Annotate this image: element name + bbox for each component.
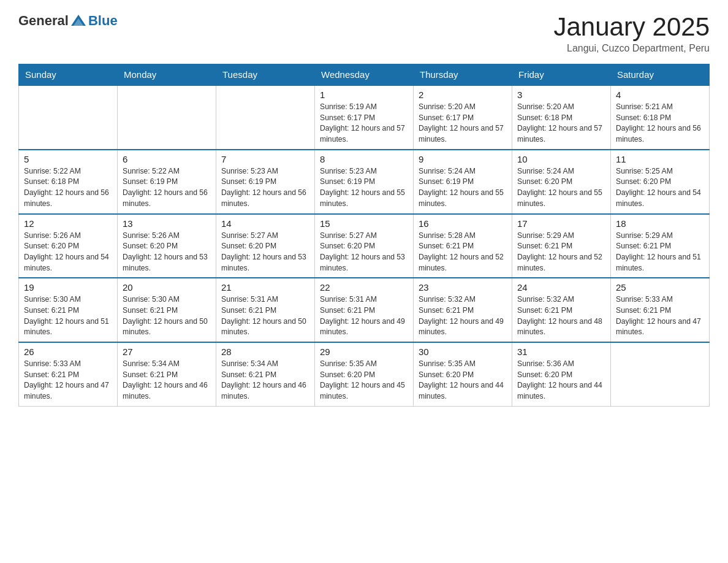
calendar-cell: 14Sunrise: 5:27 AMSunset: 6:20 PMDayligh…: [216, 214, 315, 278]
day-number: 30: [419, 347, 507, 357]
day-info: Sunrise: 5:21 AMSunset: 6:18 PMDaylight:…: [616, 102, 704, 145]
day-number: 3: [517, 90, 605, 100]
calendar-week-row: 5Sunrise: 5:22 AMSunset: 6:18 PMDaylight…: [19, 150, 710, 214]
day-number: 26: [24, 347, 112, 357]
day-number: 31: [517, 347, 605, 357]
day-number: 21: [221, 282, 309, 293]
calendar-cell: 12Sunrise: 5:26 AMSunset: 6:20 PMDayligh…: [19, 214, 118, 278]
day-info: Sunrise: 5:30 AMSunset: 6:21 PMDaylight:…: [123, 294, 211, 338]
calendar-cell: 28Sunrise: 5:34 AMSunset: 6:21 PMDayligh…: [216, 342, 315, 406]
calendar-cell: 11Sunrise: 5:25 AMSunset: 6:20 PMDayligh…: [611, 150, 710, 214]
day-info: Sunrise: 5:36 AMSunset: 6:20 PMDaylight:…: [517, 359, 605, 402]
day-info: Sunrise: 5:32 AMSunset: 6:21 PMDaylight:…: [419, 294, 507, 338]
day-number: 29: [320, 347, 408, 357]
calendar-cell: 18Sunrise: 5:29 AMSunset: 6:21 PMDayligh…: [611, 214, 710, 278]
day-of-week-header: Wednesday: [315, 64, 414, 86]
day-of-week-header: Saturday: [611, 64, 710, 86]
day-number: 8: [320, 154, 408, 164]
day-number: 22: [320, 282, 408, 293]
day-number: 9: [419, 154, 507, 164]
day-number: 17: [517, 218, 605, 229]
day-info: Sunrise: 5:33 AMSunset: 6:21 PMDaylight:…: [24, 359, 112, 402]
day-number: 24: [517, 282, 605, 293]
calendar-body: 1Sunrise: 5:19 AMSunset: 6:17 PMDaylight…: [19, 85, 710, 406]
calendar-cell: 26Sunrise: 5:33 AMSunset: 6:21 PMDayligh…: [19, 342, 118, 406]
calendar-cell: 17Sunrise: 5:29 AMSunset: 6:21 PMDayligh…: [512, 214, 611, 278]
calendar-cell: 1Sunrise: 5:19 AMSunset: 6:17 PMDaylight…: [315, 85, 414, 150]
day-info: Sunrise: 5:27 AMSunset: 6:20 PMDaylight:…: [221, 231, 309, 274]
calendar-cell: 8Sunrise: 5:23 AMSunset: 6:19 PMDaylight…: [315, 150, 414, 214]
day-info: Sunrise: 5:31 AMSunset: 6:21 PMDaylight:…: [320, 294, 408, 338]
calendar-cell: 6Sunrise: 5:22 AMSunset: 6:19 PMDaylight…: [118, 150, 216, 214]
calendar-cell: 22Sunrise: 5:31 AMSunset: 6:21 PMDayligh…: [315, 278, 414, 342]
day-info: Sunrise: 5:23 AMSunset: 6:19 PMDaylight:…: [320, 166, 408, 210]
day-of-week-header: Sunday: [19, 64, 118, 86]
logo-icon: [70, 12, 87, 29]
calendar-cell: 9Sunrise: 5:24 AMSunset: 6:19 PMDaylight…: [414, 150, 512, 214]
day-info: Sunrise: 5:34 AMSunset: 6:21 PMDaylight:…: [221, 359, 309, 402]
day-info: Sunrise: 5:22 AMSunset: 6:19 PMDaylight:…: [123, 166, 211, 210]
calendar-cell: 13Sunrise: 5:26 AMSunset: 6:20 PMDayligh…: [118, 214, 216, 278]
day-number: 15: [320, 218, 408, 229]
day-info: Sunrise: 5:31 AMSunset: 6:21 PMDaylight:…: [221, 294, 309, 338]
day-of-week-header: Friday: [512, 64, 611, 86]
day-number: 2: [419, 90, 507, 100]
calendar-cell: 31Sunrise: 5:36 AMSunset: 6:20 PMDayligh…: [512, 342, 611, 406]
day-info: Sunrise: 5:33 AMSunset: 6:21 PMDaylight:…: [616, 294, 704, 338]
logo: General Blue: [18, 12, 118, 29]
day-number: 5: [24, 154, 112, 164]
day-info: Sunrise: 5:27 AMSunset: 6:20 PMDaylight:…: [320, 231, 408, 274]
calendar-cell: 3Sunrise: 5:20 AMSunset: 6:18 PMDaylight…: [512, 85, 611, 150]
day-of-week-header: Monday: [118, 64, 216, 86]
day-info: Sunrise: 5:22 AMSunset: 6:18 PMDaylight:…: [24, 166, 112, 210]
calendar-cell: 4Sunrise: 5:21 AMSunset: 6:18 PMDaylight…: [611, 85, 710, 150]
day-info: Sunrise: 5:29 AMSunset: 6:21 PMDaylight:…: [517, 231, 605, 274]
day-number: 20: [123, 282, 211, 293]
calendar-cell: 23Sunrise: 5:32 AMSunset: 6:21 PMDayligh…: [414, 278, 512, 342]
day-number: 13: [123, 218, 211, 229]
day-info: Sunrise: 5:23 AMSunset: 6:19 PMDaylight:…: [221, 166, 309, 210]
day-info: Sunrise: 5:26 AMSunset: 6:20 PMDaylight:…: [24, 231, 112, 274]
calendar-week-row: 1Sunrise: 5:19 AMSunset: 6:17 PMDaylight…: [19, 85, 710, 150]
calendar-cell: 21Sunrise: 5:31 AMSunset: 6:21 PMDayligh…: [216, 278, 315, 342]
day-info: Sunrise: 5:20 AMSunset: 6:17 PMDaylight:…: [419, 102, 507, 145]
calendar-header: SundayMondayTuesdayWednesdayThursdayFrid…: [19, 64, 710, 86]
day-number: 10: [517, 154, 605, 164]
day-number: 23: [419, 282, 507, 293]
day-info: Sunrise: 5:35 AMSunset: 6:20 PMDaylight:…: [320, 359, 408, 402]
calendar-cell: 20Sunrise: 5:30 AMSunset: 6:21 PMDayligh…: [118, 278, 216, 342]
calendar-cell: 16Sunrise: 5:28 AMSunset: 6:21 PMDayligh…: [414, 214, 512, 278]
day-info: Sunrise: 5:32 AMSunset: 6:21 PMDaylight:…: [517, 294, 605, 338]
day-number: 11: [616, 154, 704, 164]
calendar-cell: 2Sunrise: 5:20 AMSunset: 6:17 PMDaylight…: [414, 85, 512, 150]
day-info: Sunrise: 5:19 AMSunset: 6:17 PMDaylight:…: [320, 102, 408, 145]
day-number: 12: [24, 218, 112, 229]
day-info: Sunrise: 5:26 AMSunset: 6:20 PMDaylight:…: [123, 231, 211, 274]
calendar-cell: 19Sunrise: 5:30 AMSunset: 6:21 PMDayligh…: [19, 278, 118, 342]
title-area: January 2025 Langui, Cuzco Department, P…: [553, 12, 710, 54]
day-info: Sunrise: 5:35 AMSunset: 6:20 PMDaylight:…: [419, 359, 507, 402]
days-of-week-row: SundayMondayTuesdayWednesdayThursdayFrid…: [19, 64, 710, 86]
day-number: 7: [221, 154, 309, 164]
day-info: Sunrise: 5:24 AMSunset: 6:19 PMDaylight:…: [419, 166, 507, 210]
day-info: Sunrise: 5:29 AMSunset: 6:21 PMDaylight:…: [616, 231, 704, 274]
day-info: Sunrise: 5:28 AMSunset: 6:21 PMDaylight:…: [419, 231, 507, 274]
day-info: Sunrise: 5:20 AMSunset: 6:18 PMDaylight:…: [517, 102, 605, 145]
day-of-week-header: Tuesday: [216, 64, 315, 86]
day-number: 19: [24, 282, 112, 293]
logo-text-general: General: [18, 13, 69, 29]
calendar-table: SundayMondayTuesdayWednesdayThursdayFrid…: [18, 64, 710, 407]
logo-text-blue: Blue: [88, 13, 118, 29]
calendar-cell: 25Sunrise: 5:33 AMSunset: 6:21 PMDayligh…: [611, 278, 710, 342]
calendar-week-row: 26Sunrise: 5:33 AMSunset: 6:21 PMDayligh…: [19, 342, 710, 406]
day-number: 18: [616, 218, 704, 229]
calendar-cell: 29Sunrise: 5:35 AMSunset: 6:20 PMDayligh…: [315, 342, 414, 406]
calendar-cell: [118, 85, 216, 150]
day-number: 27: [123, 347, 211, 357]
day-number: 6: [123, 154, 211, 164]
day-info: Sunrise: 5:34 AMSunset: 6:21 PMDaylight:…: [123, 359, 211, 402]
calendar-cell: [19, 85, 118, 150]
day-number: 28: [221, 347, 309, 357]
calendar-cell: [216, 85, 315, 150]
calendar-cell: 30Sunrise: 5:35 AMSunset: 6:20 PMDayligh…: [414, 342, 512, 406]
